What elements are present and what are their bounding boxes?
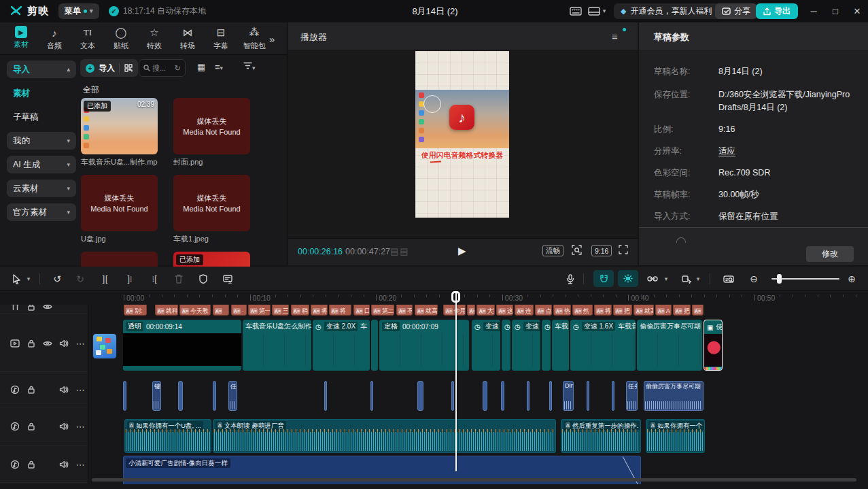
text-segment[interactable]: A≡然	[572, 305, 593, 316]
tab-effects[interactable]: ☆特效	[139, 26, 170, 51]
text-segment[interactable]: A≡就高	[633, 305, 654, 316]
nav-item-AI 生成[interactable]: AI 生成▾	[7, 156, 76, 173]
video-segment[interactable]: ▣使	[704, 320, 723, 371]
video-segment[interactable]: 车载音乐U盘怎么制作	[243, 320, 311, 371]
media-card[interactable]: 已添加02:39车载音乐U盘...制作.mp4	[81, 98, 158, 167]
lock-icon[interactable]	[28, 305, 35, 311]
sound-effect-segment[interactable]	[178, 381, 183, 411]
text-segment[interactable]: A≡	[467, 305, 475, 316]
redo-icon[interactable]: ↻	[72, 271, 88, 286]
tab-transition[interactable]: ⋈转场	[172, 26, 203, 51]
cover-thumbnail[interactable]	[92, 333, 117, 359]
magnet-snap-button[interactable]	[593, 270, 614, 287]
media-card[interactable]: 媒体丢失Media Not Found车载1.jpeg	[173, 175, 250, 244]
video-segment[interactable]: ◷变速	[472, 320, 500, 371]
focus-zoom-icon[interactable]	[572, 245, 582, 257]
text-segment[interactable]: A≡将	[594, 305, 612, 316]
video-segment[interactable]: ◷	[542, 320, 551, 371]
modify-button[interactable]: 修改	[806, 246, 854, 262]
more-icon[interactable]: ⋯	[76, 385, 85, 395]
video-segment[interactable]: ◷变速 1.6X车载音乐	[570, 320, 636, 371]
sound-effect-segment[interactable]: 任务完	[626, 381, 638, 411]
cursor-link-icon[interactable]	[678, 271, 695, 286]
sound-effect-segment[interactable]: 任	[228, 381, 237, 411]
text-segment[interactable]: A≡第二	[371, 305, 394, 316]
voice-segment[interactable]: A如果你拥有一个U盘, ...	[124, 419, 211, 453]
link-icon[interactable]	[644, 271, 661, 286]
media-thumbnail[interactable]: 媒体丢失Media Not Found	[173, 175, 250, 231]
grid-view-icon[interactable]: ▦	[197, 62, 205, 72]
sound-effect-segment[interactable]	[587, 381, 589, 411]
sound-effect-segment[interactable]	[213, 381, 216, 411]
zoom-out-icon[interactable]: ⊖	[746, 271, 762, 286]
video-segment[interactable]: ◷变速 2.0X车	[313, 320, 370, 371]
media-thumbnail[interactable]: 媒体丢失Media Not Found	[81, 175, 158, 231]
qr-import-icon[interactable]	[119, 63, 133, 73]
tab-text[interactable]: TI文本	[72, 26, 103, 51]
param-value[interactable]: 适应	[718, 145, 858, 158]
zoom-slider-handle[interactable]	[777, 274, 782, 284]
video-segment[interactable]: 偷偷厉害万事尽可期	[637, 320, 702, 371]
zoom-in-icon[interactable]: ⊕	[844, 271, 860, 286]
text-segment[interactable]: A≡把课	[673, 305, 691, 316]
video-segment[interactable]: 透明00:00:09:14	[123, 320, 241, 371]
maximize-button[interactable]: □	[827, 3, 844, 19]
nav-item-云素材[interactable]: 云素材▾	[7, 180, 76, 197]
text-segment[interactable]: A≡使用	[443, 305, 466, 316]
minimize-button[interactable]: ─	[805, 3, 822, 19]
split-right-icon[interactable]: ⁝[	[146, 271, 162, 286]
sound-effect-segment[interactable]: 键	[152, 381, 161, 411]
search-input[interactable]: 搜... ↻	[139, 59, 186, 77]
sound-effect-segment[interactable]	[483, 381, 487, 411]
media-card[interactable]: 媒体丢失Media Not Found封面.png	[173, 98, 250, 167]
text-segment[interactable]: A≡口	[353, 305, 370, 316]
export-button[interactable]: 导出	[756, 3, 798, 19]
video-segment[interactable]: 车载	[552, 320, 569, 371]
lock-icon[interactable]	[28, 460, 35, 469]
text-segment[interactable]: A≡热	[553, 305, 571, 316]
playhead-handle[interactable]	[451, 291, 460, 303]
timeline-ruler[interactable]: 00:0000:1000:2000:3000:4000:50	[88, 291, 868, 305]
speaker-icon[interactable]	[60, 460, 69, 468]
text-segment[interactable]: A≡这	[496, 305, 513, 316]
nav-item-素材[interactable]: 素材	[7, 84, 76, 102]
filter-icon[interactable]: ▾	[243, 62, 256, 72]
text-segment[interactable]: A≡第一	[248, 305, 271, 316]
quality-button[interactable]: 流畅	[542, 245, 563, 256]
preview-list-icons[interactable]: ▤▤	[390, 246, 410, 256]
video-segment[interactable]: ◷变速	[512, 320, 540, 371]
split-icon[interactable]: ][	[97, 271, 114, 286]
sound-effect-segment[interactable]	[501, 381, 504, 411]
text-segment[interactable]: A≡就种	[155, 305, 178, 316]
nav-item-我的[interactable]: 我的▾	[7, 132, 76, 150]
media-card[interactable]: 媒体丢失Media Not FoundU盘.jpg	[81, 175, 158, 244]
text-segment[interactable]: A≡以	[692, 305, 704, 316]
speaker-icon[interactable]	[60, 386, 69, 394]
menu-button[interactable]: 菜单 ▾	[58, 3, 99, 19]
eye-icon[interactable]	[43, 305, 52, 310]
nav-item-导入[interactable]: 导入▴	[7, 61, 76, 78]
text-segment[interactable]: A≡不	[396, 305, 413, 316]
text-segment[interactable]: A≡连	[515, 305, 534, 316]
layout-chevron-icon[interactable]: ▾	[601, 5, 608, 18]
media-thumbnail[interactable]: 已添加02:39	[81, 98, 158, 154]
play-button[interactable]: ▶	[458, 245, 466, 257]
record-mic-icon[interactable]	[562, 271, 578, 286]
speaker-icon[interactable]	[60, 423, 69, 431]
more-icon[interactable]: ⋯	[76, 338, 85, 348]
tab-smartpack[interactable]: ⁂智能包	[239, 26, 270, 51]
sort-icon[interactable]: ≡▾	[215, 62, 223, 72]
undo-icon[interactable]: ↺	[49, 271, 65, 286]
video-segment[interactable]: ◷	[502, 320, 510, 371]
sound-effect-segment[interactable]	[527, 381, 530, 411]
fullscreen-icon[interactable]	[619, 245, 628, 256]
lock-icon[interactable]	[28, 386, 35, 394]
ratio-button[interactable]: 9:16	[591, 245, 612, 256]
mark-shield-icon[interactable]	[195, 271, 211, 286]
text-segment[interactable]: A≡大家	[476, 305, 495, 316]
text-segment[interactable]: A≡今天教	[179, 305, 211, 316]
sound-effect-segment[interactable]: Ding	[563, 381, 574, 411]
voice-segment[interactable]: A然后重复第一步的操作.	[561, 419, 641, 453]
sound-effect-segment[interactable]: 偷偷厉害万事尽可期	[644, 381, 704, 411]
text-segment[interactable]: A≡将	[329, 305, 351, 316]
